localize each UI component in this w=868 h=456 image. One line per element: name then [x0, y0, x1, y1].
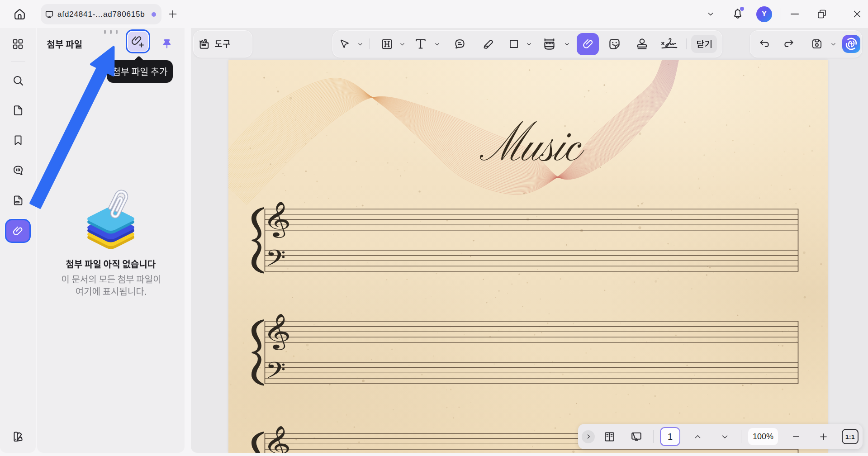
shape-tool-dropdown[interactable]	[524, 41, 534, 48]
empty-state-title	[37, 260, 185, 269]
new-tab-button[interactable]	[166, 8, 179, 20]
sidebar-divider	[11, 62, 25, 62]
close-icon	[852, 9, 863, 19]
redo-icon	[783, 38, 795, 50]
paperclip-plus-icon	[131, 34, 145, 49]
pin-panel-button[interactable]	[160, 37, 174, 51]
main-toolbar	[332, 30, 722, 57]
undo-button[interactable]	[752, 38, 777, 50]
view-controls-bar: 1 100% 1:1	[578, 424, 863, 449]
account-button[interactable]: Y	[756, 6, 772, 22]
signature-icon	[660, 36, 679, 52]
page-number-input[interactable]: 1	[660, 427, 680, 446]
sidebar-item-menu[interactable]	[0, 38, 36, 51]
sticker-icon	[607, 37, 621, 51]
previous-page-button[interactable]	[684, 432, 711, 441]
chevron-down-icon	[434, 41, 441, 48]
document-tab[interactable]: afd24841-...ad780615b	[41, 4, 161, 24]
avatar[interactable]: Y	[756, 6, 772, 22]
statusbar-separator	[741, 430, 741, 443]
panel-title	[47, 40, 82, 49]
minimize-button[interactable]	[781, 8, 808, 20]
plus-icon	[819, 432, 828, 442]
cursor-icon	[338, 38, 351, 50]
actual-size-button[interactable]: 1:1	[842, 429, 859, 444]
presentation-icon	[630, 430, 643, 443]
tooltip	[107, 60, 173, 83]
empty-state-desc-line2	[37, 287, 185, 296]
heading-tool[interactable]	[377, 38, 396, 51]
close-tool-button[interactable]	[691, 35, 717, 53]
sidebar-item-swatches[interactable]	[0, 430, 36, 443]
paperclip-icon	[582, 38, 594, 50]
sidebar-item-comments[interactable]	[0, 164, 36, 177]
sidebar-item-search[interactable]	[0, 74, 36, 87]
reading-view-button[interactable]	[598, 430, 621, 443]
window-menu-chevron[interactable]	[706, 10, 715, 19]
sidebar-item-attachments-active[interactable]	[5, 219, 31, 243]
zoom-in-button[interactable]	[810, 432, 836, 442]
close-label	[697, 40, 711, 48]
toolbar-separator	[369, 38, 370, 49]
comment-bubble-icon	[453, 38, 466, 51]
sticker-tool[interactable]	[601, 37, 628, 51]
notifications-button[interactable]	[731, 7, 745, 21]
expand-bar-button[interactable]	[582, 430, 595, 443]
presentation-button[interactable]	[622, 430, 650, 443]
zoom-out-button[interactable]	[782, 432, 810, 441]
sidebar-item-bookmarks[interactable]	[0, 134, 36, 147]
tab-title: afd24841-...ad780615b	[57, 10, 145, 19]
home-button[interactable]	[12, 6, 27, 22]
stamp-tool[interactable]	[629, 37, 655, 51]
zoom-value: 100%	[753, 432, 773, 442]
comment-tool[interactable]	[448, 38, 471, 51]
page-icon	[12, 104, 24, 117]
save-button[interactable]	[807, 38, 827, 50]
heading-tool-dropdown[interactable]	[397, 41, 407, 48]
close-window-button[interactable]	[852, 9, 863, 19]
save-icon	[811, 38, 823, 50]
app-body: 1 100% 1:1	[0, 28, 868, 456]
shape-tool[interactable]	[505, 38, 523, 50]
chevron-down-icon	[830, 41, 837, 48]
stamp-icon	[635, 37, 649, 51]
minimize-icon	[789, 8, 801, 20]
ai-assistant-button[interactable]	[842, 35, 860, 53]
document-canvas: 1 100% 1:1	[191, 28, 868, 453]
attachments-empty-illustration	[68, 189, 154, 256]
panel-resize-handle[interactable]	[104, 30, 118, 34]
pdf-page[interactable]	[228, 60, 828, 453]
monitor-icon	[44, 10, 54, 19]
search-icon	[11, 74, 25, 87]
measure-tool-dropdown[interactable]	[562, 41, 572, 48]
save-dropdown[interactable]	[828, 41, 839, 48]
tools-button[interactable]	[194, 38, 252, 51]
restore-button[interactable]	[808, 9, 835, 19]
bookmark-icon	[12, 134, 24, 147]
chevron-down-icon	[564, 41, 570, 48]
add-attachment-button[interactable]	[126, 29, 150, 53]
select-tool-dropdown[interactable]	[355, 41, 365, 48]
pen-tool[interactable]	[475, 38, 501, 51]
next-page-button[interactable]	[711, 432, 738, 441]
attachment-tool-active[interactable]	[577, 33, 599, 55]
select-tool[interactable]	[334, 38, 354, 50]
measure-tool[interactable]	[537, 37, 561, 51]
attachments-panel	[37, 28, 185, 453]
summary-icon	[12, 194, 24, 207]
minus-icon	[792, 432, 801, 441]
sidebar	[0, 28, 36, 453]
zoom-level-display[interactable]: 100%	[748, 428, 778, 445]
signature-tool[interactable]	[655, 36, 683, 52]
text-tool[interactable]	[410, 37, 431, 51]
sidebar-item-summary[interactable]	[0, 194, 36, 207]
book-icon	[603, 430, 616, 443]
chevron-down-icon	[721, 432, 729, 441]
redo-button[interactable]	[777, 38, 801, 50]
tooltip-arrow	[134, 56, 144, 61]
text-tool-dropdown[interactable]	[432, 41, 442, 48]
sidebar-item-pages[interactable]	[0, 104, 36, 117]
notification-dot	[740, 7, 744, 11]
restore-icon	[816, 9, 827, 19]
undo-icon	[758, 38, 771, 50]
